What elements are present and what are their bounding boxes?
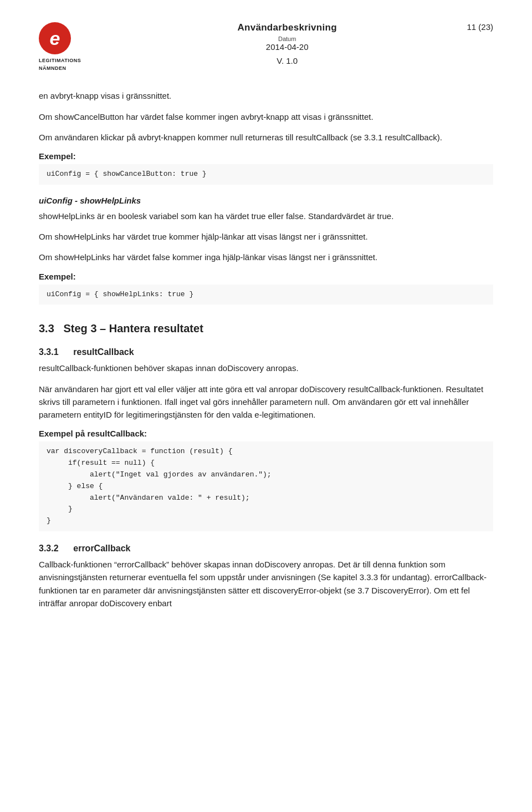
intro-paragraph: en avbryt-knapp visas i gränssnittet. xyxy=(39,89,493,102)
italic-subheading: uiConfig - showHelpLinks xyxy=(39,196,493,205)
doc-version: V. 1.0 xyxy=(277,56,298,65)
logo-area: e LEGITIMATIONS NÄMNDEN xyxy=(39,22,81,72)
section33-heading: 3.3 Steg 3 – Hantera resultatet xyxy=(39,322,493,335)
para4: Om showHelpLinks har värdet true kommer … xyxy=(39,230,493,243)
example3-code: var discoveryCallback = function (result… xyxy=(39,441,493,531)
para1: Om showCancelButton har värdet false kom… xyxy=(39,110,493,123)
example1-label: Exempel: xyxy=(39,151,493,161)
section331-heading: 3.3.1 resultCallback xyxy=(39,347,493,357)
para5: Om showHelpLinks har värdet false kommer… xyxy=(39,251,493,263)
doc-title: Användarbeskrivning xyxy=(237,22,337,33)
example3-label: Exempel på resultCallback: xyxy=(39,429,493,438)
logo-letter: e xyxy=(50,29,60,48)
main-content: en avbryt-knapp visas i gränssnittet. Om… xyxy=(39,89,493,610)
section332-title: errorCallback xyxy=(73,544,130,553)
example1-code: uiConfig = { showCancelButton: true } xyxy=(39,164,493,185)
section33-title: Steg 3 – Hantera resultatet xyxy=(63,322,203,334)
example2-code: uiConfig = { showHelpLinks: true } xyxy=(39,285,493,305)
doc-date: 2014-04-20 xyxy=(266,42,309,52)
para2: Om användaren klickar på avbryt-knappen … xyxy=(39,131,493,144)
section331-title: resultCallback xyxy=(73,347,134,357)
logo-circle: e xyxy=(39,22,71,54)
header-center: Användarbeskrivning Datum 2014-04-20 V. … xyxy=(125,22,449,65)
para3: showHelpLinks är en boolesk variabel som… xyxy=(39,210,493,222)
datum-label: Datum xyxy=(278,35,296,42)
example2-label: Exempel: xyxy=(39,272,493,281)
page-indicator: 11 (23) xyxy=(449,22,493,32)
page: e LEGITIMATIONS NÄMNDEN Användarbeskrivn… xyxy=(0,0,532,651)
logo-text-line1: LEGITIMATIONS xyxy=(39,58,81,64)
para8: Callback-funktionen “errorCallback” behö… xyxy=(39,558,493,610)
para7: När användaren har gjort ett val eller v… xyxy=(39,383,493,422)
header: e LEGITIMATIONS NÄMNDEN Användarbeskrivn… xyxy=(39,22,493,72)
section332-heading: 3.3.2 errorCallback xyxy=(39,544,493,554)
para6: resultCallback-funktionen behöver skapas… xyxy=(39,362,493,374)
logo-text-line2: NÄMNDEN xyxy=(39,65,66,72)
